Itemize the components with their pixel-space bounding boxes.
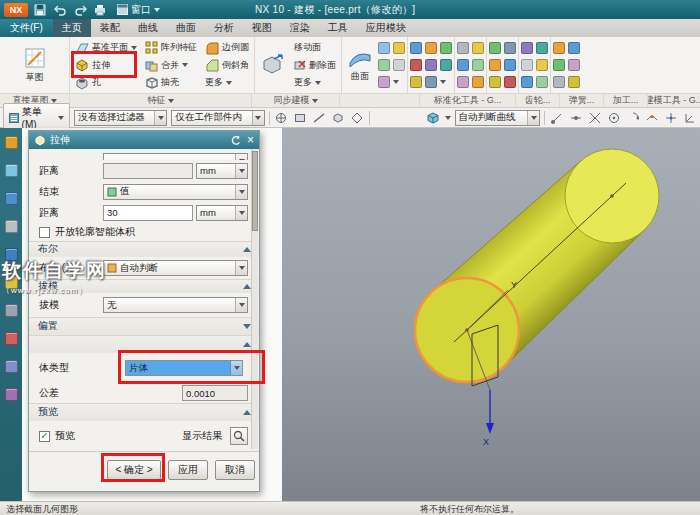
tool-icon[interactable] [410,59,422,71]
tool-icon[interactable] [393,59,405,71]
pattern-feature-button[interactable]: 阵列特征 [142,39,200,56]
point-constructor-icon[interactable] [663,110,678,125]
graphics-canvas[interactable]: Y X [282,128,700,501]
hole-button[interactable]: 孔 [72,74,140,91]
move-face-button[interactable]: 移动面 [291,39,339,56]
tool-icon[interactable] [457,59,469,71]
axis-endpoint-dot[interactable] [610,194,614,198]
tool-icon[interactable] [425,42,437,54]
midpoint-snap-icon[interactable] [568,110,583,125]
tool-icon[interactable] [378,76,390,88]
tool-icon[interactable] [568,59,580,71]
selection-scope-select[interactable]: 仅在工作部件内 [171,110,264,126]
surface-button[interactable]: 曲面 [344,38,376,92]
tolerance-input[interactable]: 0.0010 [182,385,248,401]
redo-icon[interactable] [72,2,88,17]
tool-icon[interactable] [425,59,437,71]
datum-plane-button[interactable]: 基准平面 [72,39,140,56]
group-spring[interactable]: 弹簧... [560,94,604,107]
system-materials-icon[interactable] [5,388,18,401]
settings-section-header[interactable] [29,335,259,353]
close-icon[interactable]: × [247,135,254,145]
tool-icon[interactable] [568,76,580,88]
reuse-library-icon[interactable] [5,220,18,233]
tool-icon[interactable] [440,42,452,54]
arc-center-snap-icon[interactable] [606,110,621,125]
tool-icon[interactable] [410,42,422,54]
unite-button[interactable]: 合并 [142,57,200,74]
selection-filter-select[interactable]: 没有选择过滤器 [74,110,167,126]
tab-curve[interactable]: 曲线 [129,19,167,37]
tab-file[interactable]: 文件(F) [0,19,53,37]
tool-icon[interactable] [378,59,390,71]
group-modeling-tools[interactable]: 建模工具 - G... [648,94,700,107]
group-machining[interactable]: 加工... [604,94,648,107]
assembly-navigator-icon[interactable] [5,136,18,149]
undo-icon[interactable] [52,2,68,17]
move-face-big-button[interactable] [257,38,289,92]
tool-icon[interactable] [504,76,516,88]
tool-icon[interactable] [410,76,422,88]
preview-checkbox[interactable]: ✓ [39,431,50,442]
tool-icon[interactable] [457,76,469,88]
start-value-select[interactable] [103,153,248,160]
select-body-icon[interactable] [331,110,346,125]
more-sync-button[interactable]: 更多 [291,74,339,91]
tool-icon[interactable] [489,42,501,54]
group-gear[interactable]: 齿轮... [516,94,560,107]
end-distance-input[interactable]: 30 [103,205,193,221]
roles-icon[interactable] [5,360,18,373]
boolean-section-header[interactable]: 布尔 [29,241,259,257]
part-navigator-icon[interactable] [5,192,18,205]
scrollbar-thumb[interactable] [252,151,258,231]
tool-icon[interactable] [472,42,484,54]
history-icon[interactable] [5,304,18,317]
group-synchronous-modeling[interactable]: 同步建模 [252,94,340,107]
tool-icon[interactable] [521,42,533,54]
intersection-snap-icon[interactable] [587,110,602,125]
tab-analysis[interactable]: 分析 [205,19,243,37]
tool-icon[interactable] [521,59,533,71]
tab-assemblies[interactable]: 装配 [91,19,129,37]
tab-tools[interactable]: 工具 [319,19,357,37]
open-profile-checkbox[interactable] [39,227,50,238]
tool-icon[interactable] [472,59,484,71]
more-features-button[interactable]: 更多 [202,74,252,91]
reset-icon[interactable] [230,135,241,146]
point-on-curve-snap-icon[interactable] [644,110,659,125]
tool-icon[interactable] [553,59,565,71]
end-limit-select[interactable]: 值 [103,184,248,200]
hd3d-tools-icon[interactable] [5,248,18,261]
tab-application-modules[interactable]: 应用模块 [357,19,415,37]
tool-icon[interactable] [568,42,580,54]
quadrant-snap-icon[interactable] [625,110,640,125]
chamfer-button[interactable]: 倒斜角 [202,57,252,74]
dialog-scrollbar[interactable] [251,149,258,449]
web-browser-icon[interactable] [5,276,18,289]
distance-unit-select[interactable]: mm [196,163,248,179]
tab-render[interactable]: 渲染 [281,19,319,37]
group-feature[interactable]: 特征 [70,94,252,107]
constraint-navigator-icon[interactable] [5,164,18,177]
tool-icon[interactable] [521,76,533,88]
cancel-button[interactable]: 取消 [215,460,255,480]
draft-select[interactable]: 无 [103,297,248,313]
snap-point-icon[interactable] [350,110,365,125]
tool-icon[interactable] [457,42,469,54]
curve-rule-select[interactable]: 自动判断曲线 [455,110,540,126]
body-type-select[interactable]: 片体 [125,360,243,376]
preview-section-header[interactable]: 预览 [29,403,259,421]
tool-icon[interactable] [489,76,501,88]
graphics-window[interactable]: Y X [282,128,700,501]
highlight-selection-icon[interactable] [274,110,289,125]
tool-icon[interactable] [553,42,565,54]
draft-section-header[interactable]: 拔模 [29,279,259,293]
tool-icon[interactable] [536,42,548,54]
tab-view[interactable]: 视图 [243,19,281,37]
show-result-button[interactable] [230,427,248,445]
ok-button[interactable]: < 确定 > [107,460,161,480]
boolean-select[interactable]: 自动判断 [103,260,248,276]
tool-icon[interactable] [504,42,516,54]
dialog-title-bar[interactable]: 拉伸 × [29,131,259,149]
axis-endpoint-dot[interactable] [465,328,469,332]
